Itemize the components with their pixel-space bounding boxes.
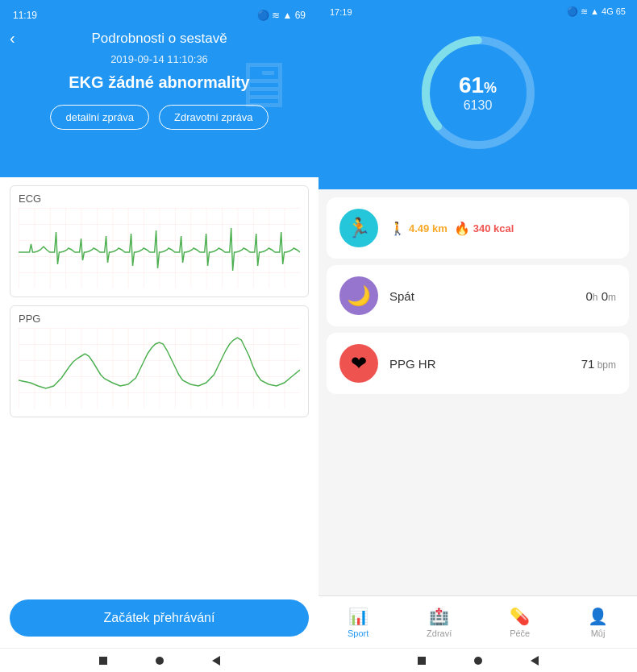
muj-nav-icon: 👤 (588, 607, 608, 626)
sleep-icon-circle: 🌙 (339, 276, 378, 315)
ppg-label: PPG (19, 313, 300, 325)
heart-icon-circle: ❤ (339, 344, 378, 383)
time-right: 17:19 (330, 7, 352, 17)
nav-back-icon-r[interactable] (531, 656, 539, 666)
sport-icon: 🏃 (347, 217, 371, 239)
sleep-value: 0h 0m (585, 289, 616, 303)
right-panel: 17:19 🔵 ≋ ▲ 4G 65 61% 6130 🏃 (318, 0, 637, 672)
circle-steps: 6130 (464, 98, 493, 113)
ppg-hr-card: ❤ PPG HR 71 bpm (327, 333, 629, 394)
status-bar-left: 11:19 🔵 ≋ ▲ 69 (13, 10, 306, 21)
left-panel: 11:19 🔵 ≋ ▲ 69 ‹ Podrobnosti o sestavě 2… (0, 0, 318, 672)
calorie-stat: 🔥 340 kcal (454, 221, 514, 236)
pece-nav-icon: 💊 (510, 607, 530, 626)
distance-stat: 🚶 4.49 km (389, 221, 448, 236)
page-title: Podrobnosti o sestavě (91, 31, 227, 47)
nav-stop-icon[interactable] (99, 657, 107, 665)
ekg-bg-icon: 🖥 (230, 48, 294, 122)
right-content: 🏃 🚶 4.49 km 🔥 340 kcal (318, 189, 637, 595)
sport-nav-label: Sport (348, 628, 368, 638)
nav-zdravi[interactable]: 🏥 Zdraví (417, 602, 461, 643)
sport-stats: 🚶 4.49 km 🔥 340 kcal (389, 221, 616, 236)
ppg-chart (19, 328, 300, 409)
ppg-hr-value: 71 bpm (581, 357, 616, 371)
back-button[interactable]: ‹ (10, 29, 15, 48)
walk-icon: 🚶 (389, 221, 406, 236)
nav-stop-icon-r[interactable] (418, 657, 426, 665)
right-status-icons: 🔵 ≋ ▲ 4G 65 (567, 6, 626, 17)
bottom-bar-right (318, 648, 637, 672)
timestamp: 2019-09-14 11:10:36 (110, 53, 208, 65)
svg-rect-1 (19, 328, 300, 409)
ecg-chart (19, 208, 300, 288)
circle-text: 61% 6130 (459, 73, 497, 113)
sleep-icon: 🌙 (347, 284, 371, 307)
ecg-chart-block: ECG (10, 185, 309, 297)
bottom-bar-left (0, 648, 318, 672)
status-bar-right: 17:19 🔵 ≋ ▲ 4G 65 (327, 0, 629, 20)
play-button[interactable]: Začátek přehrávání (10, 599, 309, 637)
pece-nav-label: Péče (510, 628, 530, 638)
sport-icon-circle: 🏃 (339, 209, 378, 247)
nav-home-icon-r[interactable] (474, 657, 482, 665)
bt-icon-left: 🔵 ≋ ▲ 69 (257, 10, 306, 21)
detail-report-button[interactable]: detailní zpráva (50, 105, 149, 130)
progress-circle-container: 61% 6130 (327, 20, 629, 173)
heart-icon: ❤ (351, 352, 367, 375)
ppg-label-card: PPG HR (389, 357, 436, 371)
nav-muj[interactable]: 👤 Můj (578, 602, 618, 643)
fire-icon: 🔥 (454, 221, 470, 236)
nav-pece[interactable]: 💊 Péče (500, 602, 539, 643)
sport-card: 🏃 🚶 4.49 km 🔥 340 kcal (327, 197, 629, 259)
sleep-label: Spát (389, 289, 414, 303)
ppg-chart-block: PPG (10, 305, 309, 417)
distance-value: 4.49 km (409, 222, 448, 234)
ecg-label: ECG (19, 193, 300, 205)
diagnosis-text: EKG žádné abnormality (69, 73, 250, 92)
bottom-nav: 📊 Sport 🏥 Zdraví 💊 Péče 👤 Můj (318, 595, 637, 648)
time-left: 11:19 (13, 10, 37, 21)
charts-area: ECG PPG (0, 177, 318, 593)
nav-back-icon[interactable] (212, 656, 220, 666)
svg-rect-0 (19, 208, 300, 288)
muj-nav-label: Můj (591, 628, 606, 638)
right-header: 17:19 🔵 ≋ ▲ 4G 65 61% 6130 (318, 0, 637, 189)
sport-nav-icon: 📊 (348, 607, 368, 626)
calorie-value: 340 kcal (473, 222, 514, 234)
circle-percent: 61% (459, 73, 497, 98)
zdravi-nav-icon: 🏥 (429, 607, 449, 626)
left-header: 11:19 🔵 ≋ ▲ 69 ‹ Podrobnosti o sestavě 2… (0, 0, 318, 177)
sleep-card: 🌙 Spát 0h 0m (327, 265, 629, 326)
zdravi-nav-label: Zdraví (427, 628, 452, 638)
nav-home-icon[interactable] (156, 657, 164, 665)
nav-sport[interactable]: 📊 Sport (338, 602, 378, 643)
